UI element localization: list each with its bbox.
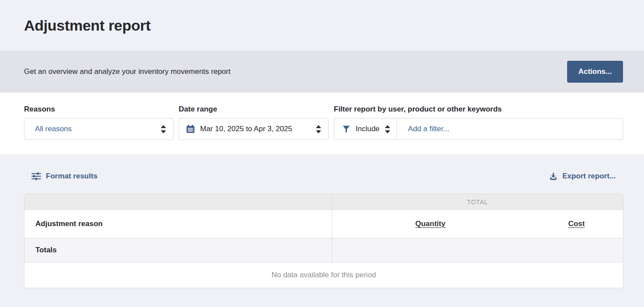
date-range-filter-group: Date range: [179, 105, 329, 154]
reasons-label: Reasons: [24, 105, 173, 114]
adjustment-report-table: TOTAL Adjustment reason Quantity Cost: [24, 194, 623, 288]
filter-mode-value: Include: [356, 125, 380, 133]
filter-mode-select[interactable]: Include: [334, 119, 396, 140]
reason-column-header-cell: Adjustment reason: [24, 210, 332, 238]
keyword-filter-label: Filter report by user, product or other …: [334, 105, 623, 114]
export-report-label: Export report...: [562, 172, 616, 181]
date-range-label: Date range: [179, 105, 329, 114]
reasons-filter-group: Reasons All reasons: [24, 105, 173, 154]
quantity-column: Quantity: [332, 220, 529, 228]
table-empty-state-row: No data available for this period: [24, 262, 623, 288]
group-header-empty-cell: [24, 194, 332, 209]
filters-band: Reasons All reasons Date range: [0, 93, 644, 154]
keyword-filter-control: Include: [334, 118, 623, 140]
adjustment-reason-column-header: Adjustment reason: [35, 220, 103, 228]
title-band: Adjustment report: [0, 0, 644, 51]
adjustment-report-page: Adjustment report Get an overview and an…: [0, 0, 644, 307]
results-band: Format results Export report...: [0, 154, 644, 307]
total-group-label: TOTAL: [467, 199, 488, 206]
keyword-filter-group: Filter report by user, product or other …: [334, 105, 623, 154]
select-spinner-icon: [161, 125, 166, 133]
reasons-select[interactable]: All reasons: [24, 118, 173, 140]
total-columns-cell: Quantity Cost: [332, 210, 623, 238]
format-results-label: Format results: [46, 172, 97, 181]
cost-column: Cost: [529, 220, 623, 228]
filter-funnel-icon: [342, 125, 350, 133]
reasons-selected-value: All reasons: [35, 125, 156, 133]
select-spinner-icon: [316, 125, 321, 133]
download-icon: [549, 172, 557, 181]
group-header-total-cell: TOTAL: [332, 194, 623, 209]
table-group-header-row: TOTAL: [24, 194, 623, 210]
totals-values-cell: [332, 238, 623, 262]
empty-state-message: No data available for this period: [271, 271, 376, 279]
table-totals-row: Totals: [24, 238, 623, 262]
format-results-button[interactable]: Format results: [31, 172, 97, 181]
calendar-icon: [186, 125, 195, 133]
filter-keyword-input[interactable]: [397, 119, 623, 140]
table-column-header-row: Adjustment reason Quantity Cost: [24, 210, 623, 238]
actions-button[interactable]: Actions...: [567, 61, 623, 83]
subheader-band: Get an overview and analyze your invento…: [0, 51, 644, 93]
select-spinner-icon: [385, 125, 390, 133]
totals-label: Totals: [35, 246, 57, 255]
totals-label-cell: Totals: [24, 238, 332, 262]
page-description: Get an overview and analyze your invento…: [24, 67, 230, 76]
page-title: Adjustment report: [24, 17, 151, 34]
date-range-value: Mar 10, 2025 to Apr 3, 2025: [200, 125, 312, 133]
date-range-select[interactable]: Mar 10, 2025 to Apr 3, 2025: [179, 118, 329, 140]
results-toolbar: Format results Export report...: [0, 172, 644, 181]
quantity-sort-link[interactable]: Quantity: [415, 220, 446, 228]
export-report-button[interactable]: Export report...: [549, 172, 616, 181]
format-sliders-icon: [31, 172, 41, 180]
cost-sort-link[interactable]: Cost: [568, 220, 585, 228]
